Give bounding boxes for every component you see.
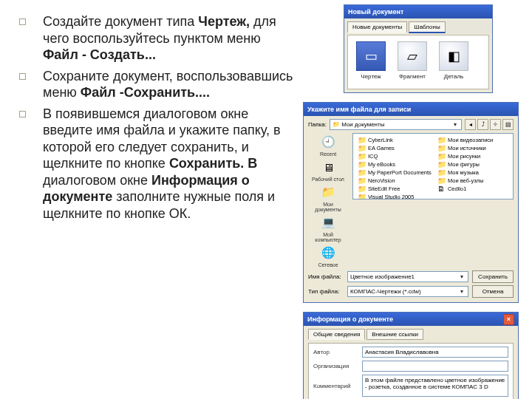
folder-item[interactable]: 📁Мои веб-узлы [437, 177, 508, 185]
recent-icon: 🕘 [318, 133, 338, 151]
folder-item[interactable]: 📁My eBooks [358, 160, 432, 168]
doctype-detail[interactable]: ◧ Деталь [438, 41, 469, 80]
up-icon[interactable]: ⤴ [477, 119, 488, 130]
filetype-value: КОМПАС-Чертежи (*.cdw) [350, 288, 421, 295]
folder-item[interactable]: 📁CyberLink [358, 136, 432, 144]
bottom-rows: Имя файла: Цветное изображение1 ▾ Сохран… [308, 270, 514, 298]
views-icon[interactable]: ▤ [502, 119, 514, 130]
filename-input[interactable]: Цветное изображение1 ▾ [347, 271, 468, 282]
tab-new-documents[interactable]: Новые документы [347, 21, 407, 33]
text: диалоговом окне [43, 173, 151, 188]
network-icon: 🌐 [318, 244, 338, 262]
desktop-icon: 🖥 [318, 158, 338, 176]
place-mydocs[interactable]: 📁 Мои документы [310, 183, 347, 212]
comment-field[interactable]: В этом файле представлено цветное изобра… [362, 375, 508, 397]
folder-combo[interactable]: 📁 Мои документы ▾ [330, 119, 462, 130]
org-field[interactable] [362, 361, 508, 372]
text-bold: Файл - Создать... [43, 47, 156, 62]
folder-icon: 📁 [437, 177, 446, 185]
list-item: Сохраните документ, воспользовавшись мен… [7, 68, 297, 101]
save-file-dialog: Укажите имя файла для записи Папка: 📁 Мо… [303, 102, 519, 303]
folder-item[interactable]: 📁Visual Studio 2005 [358, 193, 432, 200]
folder-label: Папка: [308, 121, 327, 128]
folder-item[interactable]: 📁Мои источники [437, 144, 508, 152]
folder-icon: 📁 [358, 152, 366, 160]
folder-item[interactable]: 📁SiteEdit Free [358, 185, 432, 193]
tab-external-links[interactable]: Внешние ссылки [366, 329, 423, 340]
doctype-label: Чертеж [355, 73, 386, 80]
place-label: Сетевое [310, 262, 347, 267]
chevron-down-icon: ▾ [451, 121, 459, 128]
folder-item[interactable]: 📁NeroVision [358, 177, 432, 185]
place-recent[interactable]: 🕘 Recent [310, 133, 347, 157]
fragment-icon: ▱ [398, 41, 427, 71]
folder-item[interactable]: 📁Моя музыка [437, 168, 508, 177]
folder-item[interactable]: 📁Мои фигуры [437, 160, 508, 168]
mydocs-icon: 📁 [318, 183, 338, 201]
list-item: Создайте документ типа Чертеж, для чего … [7, 13, 297, 64]
folder-item[interactable]: 📁Мои видеозаписи [437, 136, 508, 144]
place-label: Мой компьютер [310, 232, 347, 242]
folder-icon: 📁 [358, 185, 366, 193]
tabs: Новые документы Шаблоны [344, 18, 492, 33]
tab-templates[interactable]: Шаблоны [409, 21, 445, 33]
folder-icon: 📁 [358, 160, 366, 168]
place-mypc[interactable]: 💻 Мой компьютер [310, 214, 347, 242]
author-field[interactable]: Анастасия Владиславовна [362, 347, 508, 358]
file-list[interactable]: 📁CyberLink 📁Мои видеозаписи 📁EA Games 📁М… [352, 133, 514, 200]
folder-icon: 📁 [437, 144, 446, 152]
save-button[interactable]: Сохранить [472, 270, 514, 283]
window-title: Укажите имя файла для записи [307, 106, 411, 113]
file-icon: 🗎 [437, 185, 446, 193]
filename-label: Имя файла: [308, 273, 344, 280]
place-label: Recent [310, 151, 347, 157]
window-title: Информация о документе [307, 316, 393, 323]
new-folder-icon[interactable]: ✧ [490, 119, 501, 130]
place-network[interactable]: 🌐 Сетевое [310, 244, 347, 267]
save-body: Папка: 📁 Мои документы ▾ ◂ ⤴ ✧ ▤ [304, 116, 518, 302]
folder-icon: 📁 [332, 121, 340, 128]
window-title: Новый документ [348, 8, 403, 16]
doctype-drawing[interactable]: ▭ Чертеж [355, 41, 386, 80]
bullet-list: Создайте документ типа Чертеж, для чего … [7, 13, 297, 222]
folder-icon: 📁 [437, 168, 446, 177]
tab-general[interactable]: Общие сведения [308, 329, 365, 340]
place-desktop[interactable]: 🖥 Рабочий стол [310, 158, 347, 182]
text-bold: Файл -Сохранить.... [81, 85, 210, 100]
places-bar: 🕘 Recent 🖥 Рабочий стол 📁 Мои документы … [308, 133, 348, 267]
folder-value: Мои документы [341, 121, 384, 128]
back-icon[interactable]: ◂ [465, 119, 476, 130]
cancel-button[interactable]: Отмена [472, 285, 514, 298]
nav-icons: ◂ ⤴ ✧ ▤ [465, 119, 514, 130]
document-info-dialog: Информация о документе × Общие сведения … [303, 312, 519, 399]
folder-item[interactable]: 📁ICQ [358, 152, 432, 160]
titlebar: Информация о документе × [304, 313, 518, 326]
list-item: В появившемся диалоговом окне введите им… [7, 106, 297, 222]
drawing-icon: ▭ [356, 41, 386, 71]
doctype-fragment[interactable]: ▱ Фрагмент [397, 41, 428, 80]
titlebar: Укажите имя файла для записи [304, 103, 518, 116]
folder-item[interactable]: 📁My PaperPort Documents [358, 168, 432, 177]
info-body: Общие сведения Внешние ссылки Автор Анас… [304, 326, 518, 399]
text-bold: Сохранить. В [169, 156, 257, 171]
file-item[interactable]: 🗎Cedilo1 [437, 185, 508, 193]
chevron-down-icon: ▾ [457, 273, 466, 280]
detail-icon: ◧ [439, 41, 468, 71]
new-document-dialog: Новый документ Новые документы Шаблоны ▭… [344, 4, 493, 93]
folder-item[interactable]: 📁Мои рисунки [437, 152, 508, 160]
place-label: Мои документы [310, 202, 347, 212]
chevron-down-icon: ▾ [457, 288, 466, 295]
filetype-combo[interactable]: КОМПАС-Чертежи (*.cdw) ▾ [347, 286, 468, 297]
folder-icon: 📁 [358, 144, 366, 152]
filetype-label: Тип файла: [308, 288, 344, 295]
tabs: Общие сведения Внешние ссылки [308, 329, 514, 340]
folder-icon: 📁 [437, 160, 446, 168]
mypc-icon: 💻 [318, 214, 338, 231]
doctype-label: Фрагмент [397, 73, 428, 80]
info-form: Автор Анастасия Владиславовна Организаци… [308, 343, 514, 399]
folder-item[interactable]: 📁EA Games [358, 144, 432, 152]
folder-row: Папка: 📁 Мои документы ▾ ◂ ⤴ ✧ ▤ [308, 119, 514, 130]
author-label: Автор [313, 349, 358, 355]
folder-icon: 📁 [358, 177, 366, 185]
close-icon[interactable]: × [503, 314, 514, 325]
